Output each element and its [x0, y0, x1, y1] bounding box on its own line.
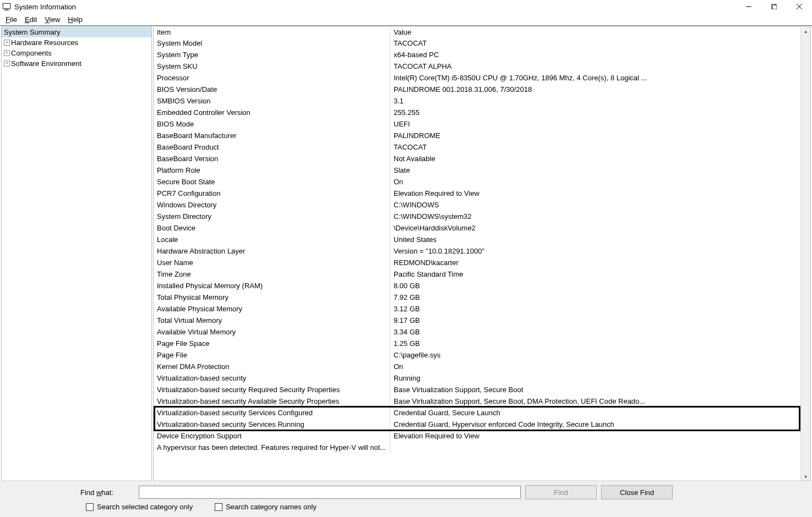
expand-icon[interactable]: +: [4, 40, 10, 46]
maximize-button[interactable]: [761, 0, 787, 13]
table-row[interactable]: BaseBoard ManufacturerPALINDROME: [154, 130, 800, 141]
find-input[interactable]: [139, 486, 521, 499]
window-title: System Information: [14, 3, 736, 11]
scroll-up-icon[interactable]: ▴: [804, 28, 807, 34]
table-row[interactable]: Available Virtual Memory3.34 GB: [154, 326, 800, 338]
cell-value: Base Virtualization Support, Secure Boot…: [390, 395, 800, 407]
menu-edit-rest: dit: [30, 15, 37, 24]
vertical-scrollbar[interactable]: ▴ ▾: [800, 27, 810, 481]
cell-value: On: [390, 176, 800, 188]
table-row[interactable]: System ModelTACOCAT: [154, 37, 800, 49]
close-find-button[interactable]: Close Find: [601, 485, 673, 499]
column-header-value[interactable]: Value: [390, 27, 800, 37]
cell-value: 1.25 GB: [390, 338, 800, 349]
table-row[interactable]: Installed Physical Memory (RAM)8.00 GB: [154, 280, 800, 292]
cell-value: 255.255: [390, 107, 800, 118]
cell-value: Credential Guard, Secure Launch: [390, 407, 800, 419]
table-row[interactable]: System DirectoryC:\WINDOWS\system32: [154, 211, 800, 222]
cell-value: C:\pagefile.sys: [390, 349, 800, 361]
tree-item-software-environment[interactable]: +Software Environment: [2, 58, 151, 69]
cell-value: 8.00 GB: [390, 280, 800, 292]
cell-item: Secure Boot State: [154, 176, 390, 188]
list-body[interactable]: Item Value System ModelTACOCATSystem Typ…: [154, 27, 800, 481]
table-row[interactable]: User NameREDMOND\kacarter: [154, 257, 800, 268]
tree-pane[interactable]: System Summary +Hardware Resources +Comp…: [1, 26, 152, 481]
table-row[interactable]: Boot Device\Device\HarddiskVolume2: [154, 222, 800, 234]
cell-value: 3.1: [390, 95, 800, 107]
table-row[interactable]: Embedded Controller Version255.255: [154, 107, 800, 118]
tree-label: Software Environment: [11, 59, 81, 68]
cell-value: TACOCAT ALPHA: [390, 61, 800, 72]
cell-item: Page File Space: [154, 338, 390, 349]
cell-value: Elevation Required to View: [390, 430, 800, 442]
table-row[interactable]: Time ZonePacific Standard Time: [154, 268, 800, 280]
tree-label: System Summary: [4, 28, 61, 36]
tree-label: Components: [11, 49, 52, 57]
table-row[interactable]: BaseBoard VersionNot Available: [154, 153, 800, 164]
tree-item-system-summary[interactable]: System Summary: [2, 27, 151, 37]
cell-item: Device Encryption Support: [154, 430, 390, 442]
minimize-button[interactable]: [736, 0, 761, 13]
tree-item-components[interactable]: +Components: [2, 48, 151, 58]
table-row[interactable]: Windows DirectoryC:\WINDOWS: [154, 199, 800, 211]
expand-icon[interactable]: +: [4, 61, 10, 67]
table-row[interactable]: Virtualization-based security Services C…: [154, 407, 800, 419]
table-row[interactable]: System SKUTACOCAT ALPHA: [154, 61, 800, 72]
table-row[interactable]: Virtualization-based security Required S…: [154, 384, 800, 395]
table-row[interactable]: Hardware Abstraction LayerVersion = "10.…: [154, 245, 800, 257]
table-row[interactable]: Kernel DMA ProtectionOn: [154, 361, 800, 372]
table-row[interactable]: System Typex64-based PC: [154, 49, 800, 61]
list-header: Item Value: [154, 27, 800, 37]
column-header-item[interactable]: Item: [154, 27, 390, 37]
cell-item: System SKU: [154, 61, 390, 72]
scroll-down-icon[interactable]: ▾: [804, 474, 807, 480]
table-row[interactable]: BaseBoard ProductTACOCAT: [154, 141, 800, 153]
table-row[interactable]: Available Physical Memory3.12 GB: [154, 303, 800, 315]
table-row[interactable]: PCR7 ConfigurationElevation Required to …: [154, 188, 800, 199]
table-row[interactable]: Platform RoleSlate: [154, 164, 800, 176]
cell-value: REDMOND\kacarter: [390, 257, 800, 268]
table-row[interactable]: A hypervisor has been detected. Features…: [154, 442, 800, 453]
table-row[interactable]: Page File Space1.25 GB: [154, 338, 800, 349]
find-button[interactable]: Find: [525, 485, 597, 499]
table-row[interactable]: Total Virtual Memory9.17 GB: [154, 315, 800, 326]
cell-value: PALINDROME: [390, 130, 800, 141]
cell-item: Total Physical Memory: [154, 292, 390, 303]
table-row[interactable]: BIOS Version/DatePALINDROME 001.2018.31.…: [154, 84, 800, 95]
checkbox-label: Search category names only: [226, 503, 317, 511]
cell-item: System Type: [154, 49, 390, 61]
table-row[interactable]: Total Physical Memory7.92 GB: [154, 292, 800, 303]
table-row[interactable]: LocaleUnited States: [154, 234, 800, 245]
cell-value: x64-based PC: [390, 49, 800, 61]
cell-item: SMBIOS Version: [154, 95, 390, 107]
table-row[interactable]: Virtualization-based security Available …: [154, 395, 800, 407]
table-row[interactable]: Virtualization-based securityRunning: [154, 372, 800, 384]
cell-item: Processor: [154, 72, 390, 84]
table-row[interactable]: Device Encryption SupportElevation Requi…: [154, 430, 800, 442]
menu-help[interactable]: Help: [64, 15, 86, 24]
checkbox-search-category-names[interactable]: Search category names only: [215, 503, 317, 511]
checkbox-icon[interactable]: [86, 503, 94, 511]
cell-item: Time Zone: [154, 268, 390, 280]
close-button[interactable]: [787, 0, 812, 13]
checkbox-search-selected-category[interactable]: Search selected category only: [86, 503, 193, 511]
expand-icon[interactable]: +: [4, 50, 10, 56]
menu-edit[interactable]: Edit: [21, 15, 40, 24]
checkbox-icon[interactable]: [215, 503, 222, 511]
table-row[interactable]: SMBIOS Version3.1: [154, 95, 800, 107]
table-row[interactable]: ProcessorIntel(R) Core(TM) i5-8350U CPU …: [154, 72, 800, 84]
table-row[interactable]: Virtualization-based security Services R…: [154, 419, 800, 430]
menu-file[interactable]: File: [2, 15, 20, 24]
table-row[interactable]: Page FileC:\pagefile.sys: [154, 349, 800, 361]
cell-item: Virtualization-based security: [154, 372, 390, 384]
tree-item-hardware-resources[interactable]: +Hardware Resources: [2, 37, 151, 48]
cell-item: Platform Role: [154, 164, 390, 176]
cell-value: Pacific Standard Time: [390, 268, 800, 280]
cell-item: Page File: [154, 349, 390, 361]
table-row[interactable]: BIOS ModeUEFI: [154, 118, 800, 130]
svg-rect-3: [4, 10, 9, 10]
menu-view[interactable]: View: [41, 15, 63, 24]
cell-value: [390, 442, 800, 453]
menu-view-rest: iew: [50, 15, 61, 24]
table-row[interactable]: Secure Boot StateOn: [154, 176, 800, 188]
